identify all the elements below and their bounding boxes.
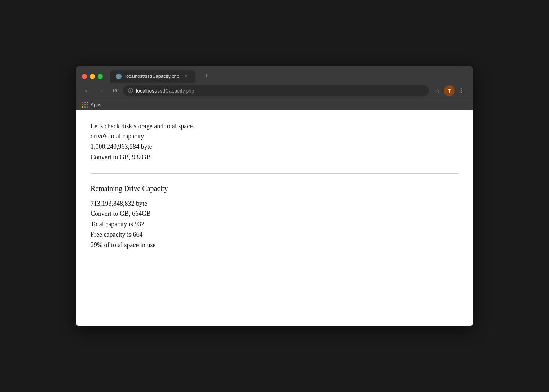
nav-bar: ← → ↺ ⓘ localhost/ssdCapacity.php ☆ T ⋮ [76, 83, 473, 99]
address-bar[interactable]: ⓘ localhost/ssdCapacity.php [123, 85, 429, 96]
bookmark-button[interactable]: ☆ [432, 85, 443, 96]
info-icon: ⓘ [128, 88, 133, 94]
apps-dot-5 [84, 104, 86, 105]
apps-dot-8 [84, 106, 86, 108]
apps-dot-7 [82, 106, 83, 108]
reload-button[interactable]: ↺ [109, 85, 120, 96]
usage-percent: 29% of total space in use [91, 240, 458, 250]
tab-title: localhost/ssdCapacity.php [125, 74, 179, 79]
bookmarks-bar: Apps [76, 99, 473, 110]
apps-label[interactable]: Apps [91, 102, 101, 107]
window-controls [82, 74, 103, 79]
address-domain: localhost [136, 88, 156, 94]
remaining-details: 713,193,848,832 byte Convert to GB, 664G… [91, 199, 458, 250]
address-path: /ssdCapacity.php [156, 88, 194, 94]
apps-dot-1 [82, 102, 83, 103]
close-button[interactable] [82, 74, 87, 79]
remaining-bytes: 713,193,848,832 byte [91, 199, 458, 209]
new-tab-button[interactable]: + [201, 71, 212, 82]
line-drive-capacity: drive's total capacity [91, 131, 458, 142]
active-tab[interactable]: 🌐 localhost/ssdCapacity.php × [110, 70, 195, 83]
browser-window: 🌐 localhost/ssdCapacity.php × + ← → ↺ ⓘ … [76, 66, 473, 326]
section-1: Let's check disk storage and total space… [91, 121, 458, 162]
profile-button[interactable]: T [444, 85, 455, 96]
line-check-disk: Let's check disk storage and total space… [91, 121, 458, 132]
apps-dot-6 [87, 104, 88, 105]
section-2: Remaining Drive Capacity 713,193,848,832… [91, 184, 458, 250]
total-capacity: Total capacity is 932 [91, 219, 458, 230]
apps-icon [82, 102, 88, 108]
line-convert-gb: Convert to GB, 932GB [91, 152, 458, 162]
menu-button[interactable]: ⋮ [456, 85, 467, 96]
section-divider [91, 173, 458, 174]
address-text: localhost/ssdCapacity.php [136, 88, 424, 94]
remaining-gb: Convert to GB, 664GB [91, 209, 458, 219]
remaining-capacity-title: Remaining Drive Capacity [91, 184, 458, 193]
apps-dot-2 [84, 102, 86, 103]
line-bytes: 1,000,240,963,584 byte [91, 142, 458, 152]
forward-button[interactable]: → [96, 85, 106, 96]
minimize-button[interactable] [90, 74, 95, 79]
maximize-button[interactable] [98, 74, 103, 79]
back-button[interactable]: ← [82, 85, 93, 96]
tab-close-button[interactable]: × [183, 73, 189, 80]
title-bar: 🌐 localhost/ssdCapacity.php × + [76, 66, 473, 83]
nav-actions: ☆ T ⋮ [432, 85, 467, 96]
tab-favicon: 🌐 [116, 74, 122, 79]
apps-dot-4 [82, 104, 83, 105]
apps-dot-3 [87, 102, 88, 103]
apps-dot-9 [87, 106, 88, 108]
free-capacity: Free capacity is 664 [91, 230, 458, 240]
page-content: Let's check disk storage and total space… [76, 110, 473, 326]
